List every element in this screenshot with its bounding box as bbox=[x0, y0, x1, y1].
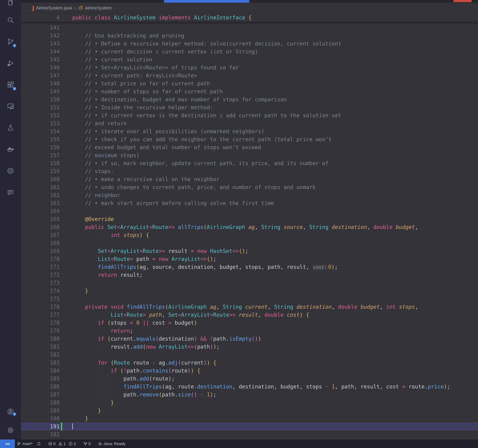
line-number[interactable]: 187 bbox=[21, 391, 60, 398]
code-line[interactable]: 161 // • undo changes to current path, p… bbox=[21, 183, 478, 191]
code-line[interactable]: 185 path.add(route); bbox=[21, 375, 478, 383]
code-line[interactable]: 164 bbox=[21, 207, 478, 215]
line-number[interactable]: 165 bbox=[21, 215, 60, 223]
settings-gear-icon[interactable] bbox=[0, 421, 21, 440]
code-line[interactable]: 162 // neighbor bbox=[21, 191, 478, 199]
line-number[interactable]: 174 bbox=[21, 287, 60, 295]
code-line[interactable]: 145 // • current solution bbox=[21, 56, 478, 63]
line-number[interactable]: 146 bbox=[21, 63, 60, 72]
line-number[interactable]: 171 bbox=[21, 263, 60, 271]
code-line[interactable]: 168 bbox=[21, 239, 478, 247]
line-number[interactable]: 164 bbox=[21, 207, 60, 215]
code-line[interactable]: 155 // • check if you can add the neighb… bbox=[21, 135, 478, 143]
code-line[interactable]: 179 return; bbox=[21, 327, 478, 335]
line-number[interactable]: 191 bbox=[21, 423, 60, 430]
line-number[interactable]: 184 bbox=[21, 367, 60, 375]
line-number[interactable]: 172 bbox=[21, 271, 60, 279]
line-number[interactable]: 162 bbox=[21, 191, 60, 199]
search-icon[interactable] bbox=[0, 9, 21, 31]
line-number[interactable]: 161 bbox=[21, 183, 60, 191]
code-line[interactable]: 184 if (!path.contains(route)) { bbox=[21, 367, 478, 375]
line-number[interactable]: 170 bbox=[21, 255, 60, 263]
line-number[interactable]: 141 bbox=[21, 24, 60, 32]
docker-icon[interactable] bbox=[0, 138, 21, 160]
line-number[interactable]: 168 bbox=[21, 239, 60, 247]
code-area[interactable]: 141142 // Use backtracking and pruning14… bbox=[21, 22, 478, 440]
sync-item[interactable] bbox=[35, 440, 43, 448]
line-number[interactable]: 145 bbox=[21, 56, 60, 63]
code-line[interactable]: 176 private void findAllTrips(AirlineGra… bbox=[21, 303, 478, 311]
line-number[interactable]: 152 bbox=[21, 112, 60, 119]
line-number[interactable]: 157 bbox=[21, 151, 60, 159]
line-number[interactable]: 175 bbox=[21, 295, 60, 303]
code-line[interactable]: 182 bbox=[21, 351, 478, 359]
branch-item[interactable]: main* bbox=[15, 440, 35, 448]
code-line[interactable]: 158 // • if so, mark neighbor, update cu… bbox=[21, 159, 478, 167]
extensions-icon[interactable]: 2 bbox=[0, 74, 21, 95]
breadcrumb-file[interactable]: J AirlineSystem.java bbox=[32, 5, 72, 11]
line-number[interactable]: 149 bbox=[21, 87, 60, 95]
code-line[interactable]: 181 result.add(new ArrayList<>(path)); bbox=[21, 343, 478, 351]
line-number[interactable]: 193 bbox=[21, 438, 60, 440]
line-number[interactable]: 151 bbox=[21, 103, 60, 112]
code-line[interactable]: 177 List<Route> path, Set<ArrayList<Rout… bbox=[21, 311, 478, 319]
line-number[interactable]: 173 bbox=[21, 279, 60, 287]
testing-icon[interactable] bbox=[0, 117, 21, 138]
line-number[interactable]: 154 bbox=[21, 127, 60, 135]
line-number[interactable]: 188 bbox=[21, 398, 60, 406]
line-number[interactable]: 182 bbox=[21, 351, 60, 359]
code-line[interactable]: 141 bbox=[21, 24, 478, 32]
line-number[interactable]: 180 bbox=[21, 335, 60, 343]
code-line[interactable]: 171 findAllTrips(ag, source, destination… bbox=[21, 263, 478, 271]
line-number[interactable]: 160 bbox=[21, 175, 60, 183]
line-number[interactable]: 150 bbox=[21, 95, 60, 103]
code-line[interactable]: 149 // • number of stops so far of curre… bbox=[21, 87, 478, 95]
line-number[interactable]: 143 bbox=[21, 40, 60, 48]
line-number[interactable]: 177 bbox=[21, 311, 60, 319]
code-line[interactable]: 159 // stops. bbox=[21, 167, 478, 175]
code-line[interactable]: 190 } bbox=[21, 415, 478, 423]
code-line[interactable]: 191 bbox=[21, 423, 478, 430]
line-number[interactable]: 155 bbox=[21, 135, 60, 143]
code-line[interactable]: 193 // Use backtracking and pruning bbox=[21, 438, 478, 440]
line-number[interactable]: 190 bbox=[21, 415, 60, 423]
code-line[interactable]: 183 for (Route route : ag.adj(current)) … bbox=[21, 359, 478, 367]
code-line[interactable]: 152 // • if current vertex is the destin… bbox=[21, 112, 478, 119]
code-line[interactable]: 157 // maximum stops) bbox=[21, 151, 478, 159]
files-icon[interactable] bbox=[0, 0, 21, 9]
code-line[interactable]: 144 // • current decision ▯ current vert… bbox=[21, 48, 478, 56]
code-line[interactable]: 187 path.remove(path.size() - 1); bbox=[21, 391, 478, 398]
github-icon[interactable] bbox=[0, 160, 21, 182]
code-line[interactable]: 146 // • Set<ArrayList<Route>> of trips … bbox=[21, 63, 478, 72]
line-number[interactable]: 142 bbox=[21, 32, 60, 40]
sticky-scroll-line[interactable]: 4 public class AirlineSystem implements … bbox=[21, 13, 478, 22]
line-number[interactable]: 192 bbox=[21, 430, 60, 438]
code-line[interactable]: 192 bbox=[21, 430, 478, 438]
line-number[interactable]: 144 bbox=[21, 48, 60, 56]
code-line[interactable]: 172 return result; bbox=[21, 271, 478, 279]
line-number[interactable]: 169 bbox=[21, 247, 60, 255]
code-line[interactable]: 188 } bbox=[21, 398, 478, 406]
code-line[interactable]: 163 // • mark start airport before calli… bbox=[21, 199, 478, 207]
ports-item[interactable]: 0 bbox=[81, 440, 93, 448]
line-number[interactable]: 159 bbox=[21, 167, 60, 175]
source-control-icon[interactable]: 1 bbox=[0, 31, 21, 52]
line-number[interactable]: 189 bbox=[21, 406, 60, 415]
code-line[interactable]: 143 // • Define a recursive helper metho… bbox=[21, 40, 478, 48]
code-line[interactable]: 173 bbox=[21, 279, 478, 287]
line-number[interactable]: 178 bbox=[21, 319, 60, 327]
line-number[interactable]: 179 bbox=[21, 327, 60, 335]
code-line[interactable]: 151 // • Inside the recursive helper met… bbox=[21, 103, 478, 112]
code-line[interactable]: 175 bbox=[21, 295, 478, 303]
code-line[interactable]: 186 findAllTrips(ag, route.destination, … bbox=[21, 383, 478, 391]
code-line[interactable]: 178 if (stops < 0 || cost > budget) bbox=[21, 319, 478, 327]
code-line[interactable]: 169 Set<ArrayList<Route>> result = new H… bbox=[21, 247, 478, 255]
code-line[interactable]: 148 // • total price so far of current p… bbox=[21, 80, 478, 87]
run-debug-icon[interactable] bbox=[0, 52, 21, 74]
code-line[interactable]: 142 // Use backtracking and pruning bbox=[21, 32, 478, 40]
code-line[interactable]: 189 } bbox=[21, 406, 478, 415]
line-number[interactable]: 185 bbox=[21, 375, 60, 383]
line-number[interactable]: 163 bbox=[21, 199, 60, 207]
code-line[interactable]: 165 @Override bbox=[21, 215, 478, 223]
account-icon[interactable]: 1 bbox=[0, 402, 21, 421]
